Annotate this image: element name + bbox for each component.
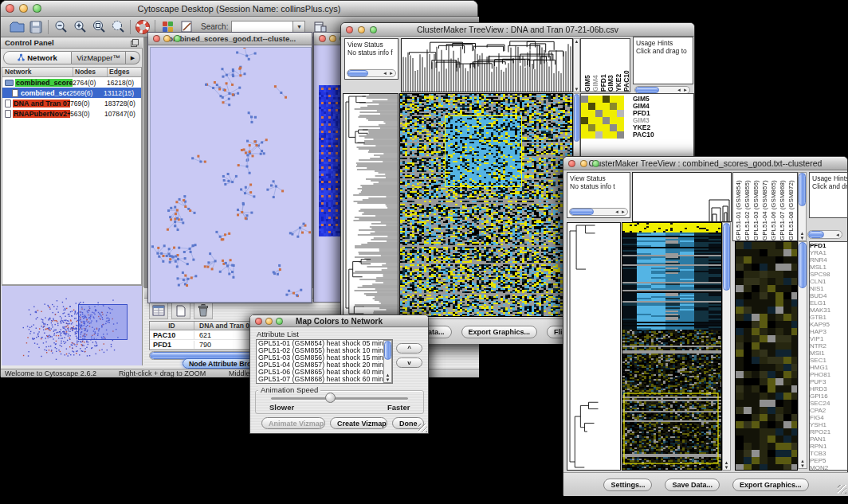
zoom-in-icon[interactable]	[70, 18, 89, 36]
attribute-item[interactable]: GPL51-04 (GSM857) heat shock 20 min	[257, 361, 392, 369]
scroll-right-icon[interactable]: ►	[389, 71, 394, 76]
treeview-button[interactable]: Export Graphics...	[732, 479, 809, 491]
close-icon[interactable]	[319, 35, 326, 42]
tv1-mini-matrix[interactable]	[581, 96, 624, 139]
scrollbar-thumb[interactable]	[799, 173, 806, 206]
gene-label[interactable]: KAP95	[810, 321, 847, 328]
scrollbar-thumb[interactable]	[635, 87, 659, 93]
tv1-titlebar[interactable]: ClusterMaker TreeView : DNA and Tran 07-…	[341, 23, 694, 37]
scroll-up-icon[interactable]: ▲	[575, 39, 579, 44]
gene-label[interactable]: HMG1	[810, 364, 847, 371]
zoom-fit-icon[interactable]	[89, 18, 108, 36]
treeview-button[interactable]: Save Data...	[665, 479, 720, 491]
gene-label[interactable]: VIP1	[810, 335, 847, 342]
tv2-titlebar[interactable]: ClusterMaker TreeView : combined_scores_…	[563, 157, 847, 170]
gene-label[interactable]: YSH1	[810, 421, 847, 428]
zoom-window-icon[interactable]	[276, 318, 283, 325]
col-id[interactable]: ID	[150, 322, 194, 330]
minimize-icon[interactable]	[265, 318, 273, 325]
zoom-window-icon[interactable]	[33, 4, 41, 13]
minimize-icon[interactable]	[19, 4, 28, 13]
col-network[interactable]: Network	[2, 68, 73, 76]
gene-label[interactable]: SEC24	[810, 400, 847, 407]
scrollbar-thumb[interactable]	[570, 209, 594, 215]
new-attribute-icon[interactable]	[171, 302, 190, 319]
gene-label[interactable]: HRD3	[810, 385, 847, 393]
move-down-button[interactable]: v	[396, 357, 422, 368]
tv1-mini-vscrollbar[interactable]: ▲ ▼	[573, 38, 580, 92]
close-icon[interactable]	[346, 26, 353, 33]
scrollbar-thumb[interactable]	[808, 231, 824, 238]
attribute-item[interactable]: GPL51-02 (GSM855) heat shock 10 min	[257, 347, 392, 354]
gene-label[interactable]: FIG4	[810, 414, 847, 421]
tab-network[interactable]: Network	[3, 51, 72, 64]
gene-label[interactable]: PFD1	[810, 242, 847, 249]
gene-label[interactable]: GPI16	[810, 393, 847, 400]
scroll-down-icon[interactable]: ▼	[724, 465, 729, 470]
network-canvas-area[interactable]	[150, 47, 312, 303]
gene-label[interactable]: TCB3	[810, 450, 847, 457]
zoom-out-icon[interactable]	[51, 18, 70, 36]
tv2-hints-hscrollbar[interactable]: ◄	[807, 230, 842, 239]
scrollbar-thumb[interactable]	[347, 70, 368, 76]
tv2-collabel-vscrollbar[interactable]: ▲▼	[798, 172, 807, 241]
delete-attribute-icon[interactable]	[194, 302, 213, 319]
animate-vizmap-button[interactable]: Animate Vizmap	[261, 417, 325, 429]
attribute-list[interactable]: GPL51-01 (GSM854) heat shock 05 minGPL51…	[256, 339, 393, 384]
open-file-icon[interactable]	[7, 18, 26, 36]
minimize-icon[interactable]	[580, 160, 587, 167]
zoom-selected-icon[interactable]	[108, 18, 128, 36]
zoom-window-icon[interactable]	[370, 26, 377, 33]
tv1-column-dendrogram[interactable]	[401, 38, 573, 92]
attribute-item[interactable]: GPL51-07 (GSM868) heat shock 60 min	[257, 376, 392, 383]
scroll-down-icon[interactable]: ▼	[800, 463, 805, 468]
minimize-icon[interactable]	[358, 26, 365, 33]
col-edges[interactable]: Edges	[108, 68, 141, 76]
tv1-status-hscrollbar[interactable]: ◄►	[347, 69, 396, 77]
close-icon[interactable]	[153, 35, 160, 42]
gene-label[interactable]: NIS1	[810, 285, 847, 292]
gene-label[interactable]: SPC98	[810, 271, 847, 278]
gene-label[interactable]: HAP3	[810, 328, 847, 335]
network-tree-row[interactable]: DNA and Tran 07769(0)183728(0)	[2, 98, 141, 108]
attribute-item[interactable]: GPL51-03 (GSM856) heat shock 15 min	[257, 354, 392, 361]
tv2-vscrollbar[interactable]: ▲▼	[722, 222, 731, 471]
scroll-left-icon[interactable]: ◄	[383, 71, 387, 76]
scroll-down-icon[interactable]: ▼	[575, 87, 579, 92]
scroll-right-icon[interactable]: ►	[683, 88, 688, 92]
network-tree-row[interactable]: combined_scores2764(0)16218(0)	[2, 77, 141, 88]
move-up-button[interactable]: ^	[396, 343, 422, 354]
tv2-status-hscrollbar[interactable]: ◄►	[569, 208, 628, 216]
zoom-window-icon[interactable]	[174, 35, 181, 42]
gene-label[interactable]: PEP5	[810, 457, 847, 464]
gene-label[interactable]: BUD4	[810, 292, 847, 299]
gene-label[interactable]: PAN1	[810, 436, 847, 443]
minimize-icon[interactable]	[329, 35, 336, 42]
tab-overflow-button[interactable]: ▶	[126, 51, 140, 64]
animation-slider-track[interactable]	[271, 397, 408, 400]
tv2-row-dendrogram[interactable]	[567, 222, 621, 471]
network-tree-row[interactable]: RNAPuberNov2+|563(0)107847(0)	[2, 108, 141, 119]
gene-label[interactable]: CPA2	[810, 407, 847, 414]
float-panel-icon[interactable]	[131, 36, 139, 50]
gene-label[interactable]: RPO21	[810, 428, 847, 436]
close-icon[interactable]	[6, 4, 14, 13]
gene-label[interactable]: RNR4	[810, 256, 847, 264]
scroll-left-icon[interactable]: ◄	[677, 88, 681, 92]
tv2-column-dendrogram[interactable]	[632, 172, 732, 222]
select-attributes-icon[interactable]	[149, 302, 168, 319]
attribute-list-vscrollbar[interactable]: ▲▼	[383, 340, 392, 383]
attribute-item[interactable]: GPL51-06 (GSM865) heat shock 40 min	[257, 369, 392, 376]
tv2-zoom-heatmap[interactable]	[735, 241, 798, 471]
main-titlebar[interactable]: Cytoscape Desktop (Session Name: collins…	[1, 1, 477, 17]
close-icon[interactable]	[255, 318, 262, 325]
gene-label[interactable]: SEC1	[810, 357, 847, 364]
birdseye-view[interactable]	[2, 285, 142, 365]
tv2-gene-vscrollbar[interactable]: ▲▼	[798, 241, 807, 469]
create-vizmap-button[interactable]: Create Vizmap	[330, 417, 387, 429]
resize-grip[interactable]	[418, 424, 427, 432]
gene-label[interactable]: MAK31	[810, 307, 847, 314]
scrollbar-thumb[interactable]	[384, 341, 391, 360]
gene-label[interactable]: CLN1	[810, 278, 847, 285]
gene-label[interactable]: RPN1	[810, 443, 847, 450]
